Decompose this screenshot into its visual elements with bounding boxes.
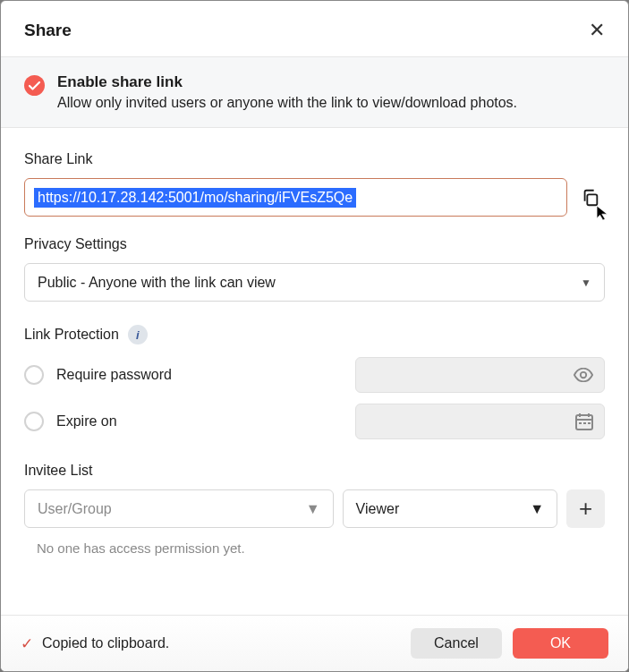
close-button[interactable]: ✕ [585,17,608,44]
invitee-empty-message: No one has access permission yet. [24,540,605,556]
link-protection-header: Link Protection i [24,325,605,345]
add-invitee-button[interactable]: + [566,489,605,528]
dialog-body: Share Link https://10.17.28.142:5001/mo/… [1,128,628,615]
enable-share-section: Enable share link Allow only invited use… [1,56,628,128]
svg-point-1 [581,372,586,378]
share-link-text: https://10.17.28.142:5001/mo/sharing/iFV… [34,188,356,208]
cursor-icon [596,205,612,221]
user-group-placeholder: User/Group [38,501,112,517]
ok-button[interactable]: OK [513,628,608,659]
checkmark-icon [29,81,40,90]
user-group-select[interactable]: User/Group ▼ [24,489,334,528]
chevron-down-icon: ▼ [581,276,591,289]
svg-rect-7 [583,422,586,424]
require-password-label: Require password [56,367,343,383]
copy-link-button[interactable] [576,183,605,212]
expire-on-checkbox[interactable] [24,412,44,431]
share-link-input[interactable]: https://10.17.28.142:5001/mo/sharing/iFV… [24,178,567,217]
dialog-footer: ✓ Copied to clipboard. Cancel OK [1,615,628,671]
share-link-label: Share Link [24,151,605,167]
svg-rect-6 [579,422,582,424]
password-input-disabled [355,357,605,393]
dialog-title: Share [24,21,72,40]
svg-rect-0 [587,194,597,205]
check-badge [24,75,45,96]
dialog-header: Share ✕ [1,1,628,56]
toast-message: ✓ Copied to clipboard. [21,634,169,653]
close-icon: ✕ [589,19,605,41]
enable-title: Enable share link [57,73,517,91]
require-password-checkbox[interactable] [24,365,44,385]
checkmark-icon: ✓ [21,634,33,653]
cancel-button[interactable]: Cancel [411,628,502,659]
privacy-selected: Public - Anyone with the link can view [38,275,276,291]
expire-on-label: Expire on [56,413,343,430]
footer-buttons: Cancel OK [411,628,608,659]
toast-text: Copied to clipboard. [42,635,169,651]
privacy-label: Privacy Settings [24,236,605,252]
info-icon[interactable]: i [128,325,148,345]
calendar-icon [575,413,593,430]
share-dialog: Share ✕ Enable share link Allow only inv… [0,0,629,672]
chevron-down-icon: ▼ [306,501,320,517]
chevron-down-icon: ▼ [530,501,544,517]
eye-icon [574,368,593,382]
plus-icon: + [579,495,592,523]
enable-description: Allow only invited users or anyone with … [57,95,517,111]
role-selected: Viewer [356,501,400,517]
privacy-select[interactable]: Public - Anyone with the link can view ▼ [24,263,605,302]
role-select[interactable]: Viewer ▼ [343,489,557,528]
link-protection-label: Link Protection [24,327,119,343]
invitee-list-label: Invitee List [24,463,605,479]
enable-text: Enable share link Allow only invited use… [57,73,517,111]
svg-rect-8 [588,422,591,424]
expire-date-input-disabled [355,404,605,439]
